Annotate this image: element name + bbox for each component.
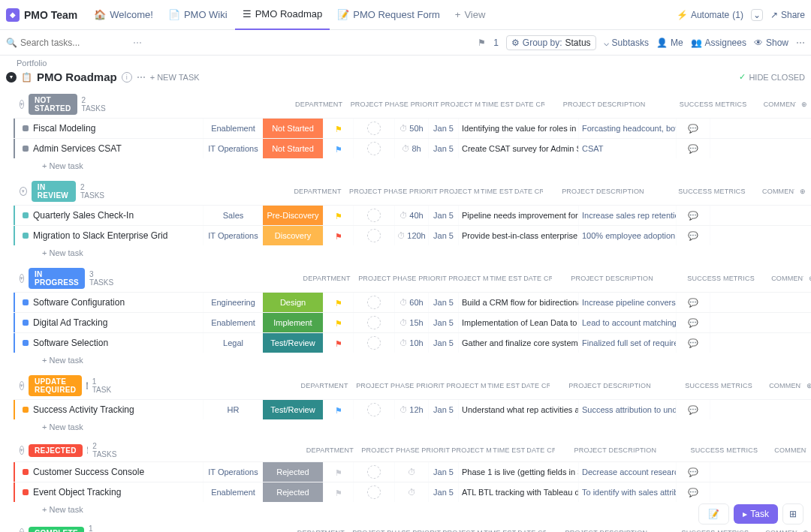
- tab-welcome[interactable]: 🏠 Welcome!: [86, 0, 161, 30]
- department-cell[interactable]: HR: [203, 400, 263, 419]
- department-cell[interactable]: IT Operations: [203, 226, 263, 245]
- phase-cell[interactable]: Pre-Discovery: [263, 206, 323, 225]
- add-task-link[interactable]: + New task: [14, 419, 811, 437]
- group-collapse-toggle[interactable]: ▾: [20, 100, 24, 109]
- task-row[interactable]: Success Activity Tracking HR Test/Review…: [14, 399, 811, 419]
- priority-cell[interactable]: ⚑: [323, 400, 353, 419]
- task-name-cell[interactable]: Customer Success Console: [15, 462, 203, 482]
- add-task-link[interactable]: + New task: [14, 353, 811, 371]
- metrics-cell[interactable]: To identify with sales attribution varia…: [578, 482, 676, 502]
- hide-closed-toggle[interactable]: ✓ HIDE CLOSED: [739, 72, 805, 82]
- manager-cell[interactable]: [353, 226, 394, 245]
- estimate-cell[interactable]: ⏱60h: [394, 293, 428, 312]
- row-add-cell[interactable]: [710, 482, 726, 502]
- row-add-cell[interactable]: [710, 226, 726, 245]
- department-cell[interactable]: Legal: [203, 333, 263, 353]
- manager-cell[interactable]: [353, 313, 394, 332]
- metrics-cell[interactable]: Finalized full set of requirements for V…: [578, 333, 676, 353]
- description-cell[interactable]: Gather and finalize core system/tool req…: [458, 333, 578, 353]
- description-cell[interactable]: Pipeline needs improvement for MoM and Q…: [458, 206, 578, 225]
- estimate-cell[interactable]: ⏱12h: [394, 400, 428, 419]
- comments-cell[interactable]: 💬: [676, 226, 710, 245]
- task-row[interactable]: Admin Services CSAT IT Operations Not St…: [14, 138, 811, 158]
- priority-cell[interactable]: ⚑: [323, 333, 353, 353]
- add-task-link[interactable]: + New task: [14, 158, 811, 176]
- info-icon[interactable]: i: [122, 72, 132, 83]
- estimate-cell[interactable]: ⏱10h: [394, 333, 428, 353]
- manager-cell[interactable]: [353, 462, 394, 482]
- status-dot-icon[interactable]: [23, 146, 29, 152]
- status-info-icon[interactable]: i: [86, 382, 88, 389]
- new-task-fab[interactable]: ▸Task: [734, 504, 778, 524]
- phase-cell[interactable]: Discovery: [263, 226, 323, 245]
- apps-fab[interactable]: ⊞: [782, 503, 803, 524]
- phase-cell[interactable]: Implement: [263, 313, 323, 332]
- manager-cell[interactable]: [353, 206, 394, 225]
- priority-cell[interactable]: ⚑: [323, 119, 353, 138]
- manager-cell[interactable]: [353, 400, 394, 419]
- metrics-cell[interactable]: 100% employee adoption: [578, 226, 676, 245]
- status-info-icon[interactable]: i: [87, 446, 89, 454]
- description-cell[interactable]: Identifying the value for roles in each …: [458, 119, 578, 138]
- avatar-placeholder-icon[interactable]: [367, 336, 381, 350]
- tab-pmo-request-form[interactable]: 📝 PMO Request Form: [330, 0, 448, 30]
- avatar-placeholder-icon[interactable]: [367, 229, 381, 242]
- group-by-selector[interactable]: ⚙ Group by: Status: [506, 35, 596, 50]
- search-input[interactable]: [20, 38, 125, 48]
- priority-flag-icon[interactable]: ⚑: [335, 299, 342, 306]
- phase-cell[interactable]: Test/Review: [263, 400, 323, 419]
- avatar-placeholder-icon[interactable]: [367, 122, 381, 135]
- assignees-filter[interactable]: 👥 Assignees: [691, 38, 746, 48]
- estimate-cell[interactable]: ⏱15h: [394, 313, 428, 332]
- add-task-link[interactable]: + New task: [14, 245, 811, 263]
- task-row[interactable]: Software Selection Legal Test/Review ⚑ ⏱…: [14, 332, 811, 353]
- status-chip[interactable]: IN REVIEW: [32, 181, 76, 202]
- status-chip[interactable]: IN PROGRESS: [29, 268, 85, 289]
- metrics-cell[interactable]: Lead to account matching and handling of…: [578, 313, 676, 332]
- notepad-fab[interactable]: 📝: [698, 503, 729, 524]
- priority-cell[interactable]: ⚑: [323, 226, 353, 245]
- manager-cell[interactable]: [353, 482, 394, 502]
- status-dot-icon[interactable]: [23, 407, 29, 413]
- task-row[interactable]: Software Configuration Engineering Desig…: [14, 292, 811, 312]
- metrics-cell[interactable]: Increase pipeline conversion of new busi…: [578, 293, 676, 312]
- tab-pmo-wiki[interactable]: 📄 PMO Wiki: [161, 0, 235, 30]
- add-task-link[interactable]: + New task: [14, 502, 811, 520]
- priority-flag-icon[interactable]: ⚑: [335, 212, 342, 219]
- row-add-cell[interactable]: [710, 293, 726, 312]
- search-box[interactable]: 🔍: [6, 38, 125, 48]
- me-filter[interactable]: 👤 Me: [656, 38, 683, 48]
- avatar-placeholder-icon[interactable]: [367, 403, 381, 416]
- task-row[interactable]: Customer Success Console IT Operations R…: [14, 461, 811, 482]
- add-view-button[interactable]: + View: [448, 0, 493, 30]
- estimate-cell[interactable]: ⏱50h: [394, 119, 428, 138]
- department-cell[interactable]: Enablement: [203, 313, 263, 332]
- task-name-cell[interactable]: Quarterly Sales Check-In: [15, 206, 203, 225]
- group-collapse-toggle[interactable]: ▾: [20, 446, 24, 455]
- task-row[interactable]: Quarterly Sales Check-In Sales Pre-Disco…: [14, 205, 811, 225]
- description-cell[interactable]: Phase 1 is live (getting fields in Softw…: [458, 462, 578, 482]
- comments-cell[interactable]: 💬: [676, 462, 710, 482]
- breadcrumb[interactable]: Portfolio: [0, 56, 811, 68]
- description-cell[interactable]: Create CSAT survey for Admin Services: [458, 139, 578, 158]
- estimate-cell[interactable]: ⏱: [394, 462, 428, 482]
- automate-dropdown[interactable]: ⌄: [751, 9, 763, 21]
- priority-flag-icon[interactable]: ⚑: [335, 232, 342, 239]
- status-dot-icon[interactable]: [23, 340, 29, 346]
- estimate-cell[interactable]: ⏱40h: [394, 206, 428, 225]
- share-button[interactable]: ↗ Share: [770, 10, 805, 20]
- metrics-cell[interactable]: CSAT: [578, 139, 676, 158]
- avatar-placeholder-icon[interactable]: [367, 465, 381, 479]
- task-name-cell[interactable]: Success Activity Tracking: [15, 400, 203, 419]
- description-cell[interactable]: Implementation of Lean Data to streamlin…: [458, 313, 578, 332]
- phase-cell[interactable]: Design: [263, 293, 323, 312]
- manager-cell[interactable]: [353, 333, 394, 353]
- manager-cell[interactable]: [353, 139, 394, 158]
- add-column-icon[interactable]: ⊕: [806, 382, 811, 389]
- add-column-icon[interactable]: ⊕: [801, 101, 807, 108]
- priority-flag-icon[interactable]: ⚑: [335, 125, 342, 132]
- add-column-icon[interactable]: ⊕: [800, 188, 806, 195]
- comments-cell[interactable]: 💬: [676, 293, 710, 312]
- status-dot-icon[interactable]: [23, 212, 29, 218]
- group-collapse-toggle[interactable]: ▾: [20, 274, 24, 283]
